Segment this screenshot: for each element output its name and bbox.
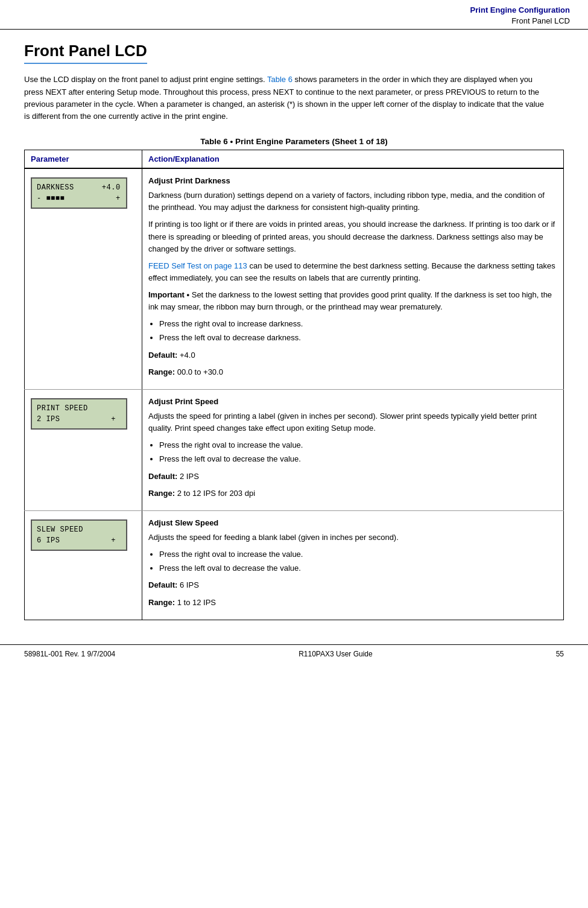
list-item: Press the right oval to increase darknes… [159, 318, 557, 330]
lcd-display-cell: PRINT SPEED2 IPS + [25, 389, 142, 510]
lcd-line1: SLEW SPEED [37, 524, 121, 535]
main-content: Front Panel LCD Use the LCD display on t… [0, 30, 588, 632]
lcd-line2: 2 IPS + [37, 414, 121, 425]
list-item: Press the left oval to decrease the valu… [159, 453, 557, 465]
default-line: Default: 6 IPS [148, 579, 557, 591]
action-cell: Adjust Print DarknessDarkness (burn dura… [142, 168, 564, 389]
list-item: Press the left oval to decrease the valu… [159, 562, 557, 574]
list-item: Press the right oval to increase the val… [159, 548, 557, 560]
lcd-display-cell: DARKNESS +4.0- ■■■■ + [25, 168, 142, 389]
table-row: PRINT SPEED2 IPS +Adjust Print SpeedAdju… [25, 389, 564, 510]
bullet-list: Press the right oval to increase the val… [159, 439, 557, 465]
feed-link[interactable]: FEED Self Test on page 113 [148, 261, 247, 270]
table-row: DARKNESS +4.0- ■■■■ +Adjust Print Darkne… [25, 168, 564, 389]
header-title: Print Engine Configuration [18, 5, 570, 16]
default-label: Default: [148, 351, 177, 360]
lcd-line2: - ■■■■ + [37, 193, 121, 204]
action-cell: Adjust Slew SpeedAdjusts the speed for f… [142, 510, 564, 620]
action-cell: Adjust Print SpeedAdjusts the speed for … [142, 389, 564, 510]
para-1: If printing is too light or if there are… [148, 218, 557, 255]
para-0: Adjusts the speed for feeding a blank la… [148, 532, 557, 544]
para-0: Darkness (burn duration) settings depend… [148, 189, 557, 214]
lcd-display-cell: SLEW SPEED6 IPS + [25, 510, 142, 620]
footer-center: R110PAX3 User Guide [299, 650, 373, 658]
footer-left: 58981L-001 Rev. 1 9/7/2004 [24, 650, 115, 658]
lcd-screen: PRINT SPEED2 IPS + [31, 398, 127, 430]
lcd-screen: DARKNESS +4.0- ■■■■ + [31, 177, 127, 209]
para-0: Adjusts the speed for printing a label (… [148, 410, 557, 434]
lcd-line1: PRINT SPEED [37, 403, 121, 414]
lcd-line2: 6 IPS + [37, 535, 121, 546]
range-label: Range: [148, 598, 175, 607]
range-line: Range: 1 to 12 IPS [148, 597, 557, 609]
section-title: Adjust Slew Speed [148, 517, 557, 529]
table6-link[interactable]: Table 6 [267, 75, 292, 84]
bullet-list: Press the right oval to increase the val… [159, 548, 557, 574]
range-label: Range: [148, 489, 175, 498]
section-title: Adjust Print Darkness [148, 175, 557, 187]
section-title: Adjust Print Speed [148, 396, 557, 408]
header-subtitle: Front Panel LCD [18, 16, 570, 27]
default-line: Default: 2 IPS [148, 471, 557, 483]
feed-para: FEED Self Test on page 113 can be used t… [148, 260, 557, 284]
table-title: Table 6 • Print Engine Parameters (Sheet… [24, 137, 564, 146]
default-label: Default: [148, 580, 177, 589]
col-action: Action/Explanation [142, 150, 564, 168]
list-item: Press the left oval to decrease darkness… [159, 332, 557, 344]
page-title: Front Panel LCD [24, 42, 147, 64]
default-line: Default: +4.0 [148, 349, 557, 361]
table-header-row: Parameter Action/Explanation [25, 150, 564, 168]
bullet-list: Press the right oval to increase darknes… [159, 318, 557, 344]
list-item: Press the right oval to increase the val… [159, 439, 557, 451]
intro-paragraph: Use the LCD display on the front panel t… [24, 74, 549, 122]
page-footer: 58981L-001 Rev. 1 9/7/2004 R110PAX3 User… [0, 644, 588, 663]
footer-right: 55 [556, 650, 564, 658]
lcd-line1: DARKNESS +4.0 [37, 182, 121, 193]
intro-text-before: Use the LCD display on the front panel t… [24, 75, 267, 84]
lcd-screen: SLEW SPEED6 IPS + [31, 519, 127, 551]
parameters-table: Parameter Action/Explanation DARKNESS +4… [24, 150, 564, 620]
range-line: Range: 00.0 to +30.0 [148, 366, 557, 378]
col-parameter: Parameter [25, 150, 142, 168]
range-label: Range: [148, 367, 175, 376]
default-label: Default: [148, 472, 177, 481]
table-row: SLEW SPEED6 IPS +Adjust Slew SpeedAdjust… [25, 510, 564, 620]
range-line: Range: 2 to 12 IPS for 203 dpi [148, 487, 557, 500]
para-3: Important • Set the darkness to the lowe… [148, 289, 557, 313]
page-header: Print Engine Configuration Front Panel L… [0, 0, 588, 30]
